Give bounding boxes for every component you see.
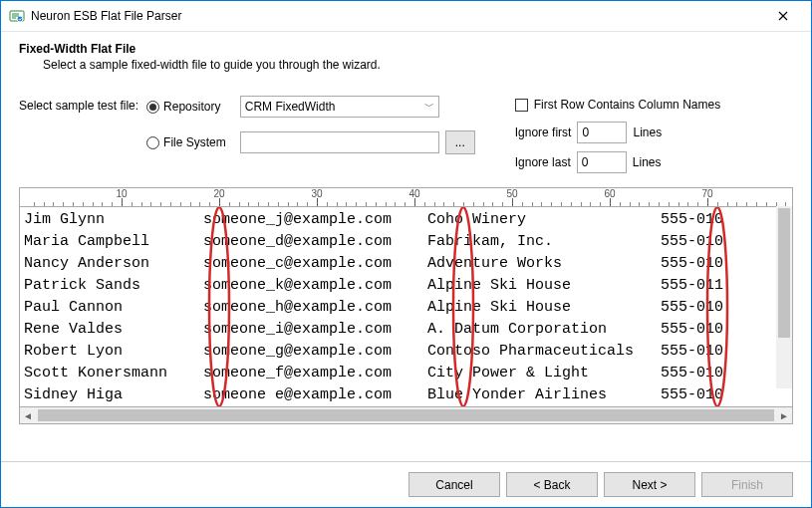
back-button[interactable]: < Back [506, 472, 598, 497]
column-ruler[interactable]: 1020304050607080 [19, 187, 793, 206]
repository-combo[interactable]: CRM FixedWidth ﹀ [240, 96, 439, 118]
dialog-window: Neuron ESB Flat File Parser Fixed-Width … [0, 0, 812, 508]
radio-icon [146, 136, 159, 149]
svg-point-1 [17, 16, 23, 22]
ignore-last-label: Ignore last [515, 155, 571, 169]
scroll-right-icon[interactable]: ► [776, 407, 792, 423]
repository-radio[interactable]: Repository [146, 96, 226, 118]
wizard-footer: Cancel < Back Next > Finish [1, 461, 811, 507]
ignore-first-label: Ignore first [515, 126, 572, 139]
filesystem-radio-label: File System [163, 135, 226, 149]
radio-icon [146, 101, 159, 114]
checkbox-icon [515, 99, 528, 112]
ignore-first-input[interactable]: 0 [577, 122, 627, 143]
close-button[interactable] [763, 1, 803, 31]
scroll-left-icon[interactable]: ◄ [20, 407, 36, 423]
preview-text: Jim Glynn someone_j@example.com Coho Win… [20, 207, 792, 407]
scroll-thumb[interactable] [778, 208, 790, 338]
lines-label: Lines [633, 155, 662, 169]
select-file-label: Select sample test file: [19, 96, 138, 113]
form-area: Select sample test file: Repository File… [1, 72, 811, 181]
horizontal-scrollbar[interactable]: ◄ ► [19, 407, 793, 424]
ignore-last-input[interactable]: 0 [577, 151, 627, 173]
page-title: Fixed-Width Flat File [19, 42, 793, 56]
filesystem-radio[interactable]: File System [146, 131, 226, 153]
chevron-down-icon: ﹀ [424, 100, 434, 114]
first-row-headers-label: First Row Contains Column Names [534, 98, 720, 112]
wizard-header: Fixed-Width Flat File Select a sample fi… [1, 32, 811, 72]
first-row-headers-checkbox[interactable]: First Row Contains Column Names [515, 96, 720, 114]
app-icon [9, 8, 25, 24]
finish-button: Finish [701, 472, 793, 497]
repository-combo-value: CRM FixedWidth [245, 100, 336, 114]
filesystem-path-input[interactable] [240, 131, 439, 153]
browse-button-label: ... [455, 135, 465, 149]
next-button[interactable]: Next > [604, 472, 695, 497]
ignore-last-value: 0 [582, 155, 589, 169]
browse-button[interactable]: ... [445, 130, 475, 154]
options-section: First Row Contains Column Names Ignore f… [515, 96, 720, 173]
lines-label: Lines [633, 126, 662, 139]
titlebar: Neuron ESB Flat File Parser [1, 1, 811, 32]
window-title: Neuron ESB Flat File Parser [31, 9, 763, 23]
ignore-first-value: 0 [582, 126, 589, 139]
page-subtitle: Select a sample fixed-width file to guid… [19, 56, 793, 72]
repository-radio-label: Repository [163, 100, 220, 114]
cancel-button[interactable]: Cancel [408, 472, 500, 497]
vertical-scrollbar[interactable] [776, 206, 792, 388]
source-section: Select sample test file: Repository File… [19, 96, 475, 173]
scroll-thumb[interactable] [38, 409, 774, 421]
preview-section: 1020304050607080 Jim Glynn someone_j@exa… [19, 187, 793, 461]
preview-pane[interactable]: Jim Glynn someone_j@example.com Coho Win… [19, 206, 793, 407]
